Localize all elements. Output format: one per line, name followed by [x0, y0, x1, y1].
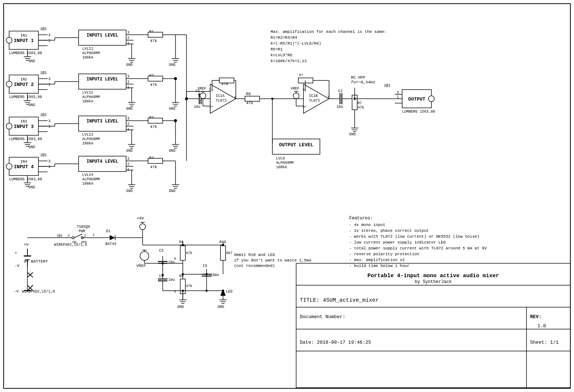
- in2-label: IN2: [20, 78, 27, 82]
- lvli2-value: 100kA: [82, 99, 93, 103]
- ic1a-label: IC1A: [216, 94, 224, 98]
- r1-value: 47k: [150, 39, 157, 43]
- rc-hpf-freq: fo=~0,34Hz: [351, 80, 375, 84]
- feature-7: - max. amplification x2: [349, 258, 405, 262]
- d1-ref: D1: [106, 229, 110, 233]
- pot1-pin3: 3: [127, 31, 129, 35]
- svg-point-249: [205, 290, 208, 292]
- svg-rect-135: [245, 96, 260, 101]
- output-level-label: OUTPUT LEVEL: [279, 142, 313, 148]
- svg-point-119: [174, 77, 177, 80]
- lvli4-value: 100kA: [82, 182, 93, 186]
- r2-value: 47k: [150, 83, 157, 87]
- r7-gnd: GND: [349, 132, 356, 136]
- r8-value: 47k: [186, 251, 192, 255]
- in1-connector: LUMBERG 1503_08: [9, 51, 42, 55]
- c4-value: 10u: [168, 278, 175, 282]
- pot4-pin2: 2: [127, 162, 129, 166]
- pot4-gnd: GND: [126, 189, 133, 193]
- vref-power-label: VREF: [136, 264, 146, 268]
- minusv-label: -V: [14, 289, 19, 294]
- svg-rect-81: [148, 118, 163, 123]
- rev-value: 1.0: [537, 323, 546, 329]
- r4-gnd: GND: [169, 189, 175, 193]
- input4-label: INPUT 4: [14, 164, 34, 170]
- amp-note-1: Max. amplification for each channel is t…: [271, 30, 386, 34]
- in2-pin-label: 2@1: [40, 71, 47, 75]
- svg-rect-222: [220, 246, 226, 260]
- r7-value: 47k: [358, 106, 364, 110]
- pot1-gnd: GND: [126, 63, 133, 67]
- svg-point-128: [200, 93, 206, 99]
- amp-note-2: R1=R2=R3=R4: [271, 35, 297, 40]
- input1-level-label: INPUT1 LEVEL: [87, 33, 118, 38]
- input1-label: INPUT 1: [14, 38, 34, 44]
- out-pin3: 3: [397, 91, 399, 95]
- r4-value: 47k: [150, 165, 157, 169]
- pot1-pin2: 2: [127, 36, 129, 40]
- pot4-pin1: 1: [127, 168, 129, 172]
- input2-label: INPUT 2: [14, 82, 34, 87]
- switch-pin2: 2: [84, 234, 86, 238]
- in2-pin3: 3: [48, 77, 50, 81]
- c3-ref: C3: [159, 249, 163, 253]
- r10-value: 4k7: [226, 251, 233, 255]
- in4-pin1: 1: [48, 165, 50, 169]
- wirepad-switch-label: WIREPAD2,15/1,0: [54, 243, 87, 247]
- in1-label: IN1: [20, 34, 27, 38]
- in3-gnd: GND: [29, 145, 35, 149]
- r7-label: R7: [358, 101, 362, 105]
- in2-connector: LUMBERG 1503_08: [9, 95, 42, 99]
- switch-label: TS6SQH: [77, 225, 90, 229]
- c2-value: 10u: [336, 105, 343, 109]
- switch-pin1: 1: [92, 233, 94, 237]
- in3-pin1: 1: [48, 125, 50, 129]
- sw-pin-label: 2@1: [57, 234, 63, 238]
- r10-ref: R10: [219, 240, 226, 244]
- ic1b-pin-plus: +: [305, 105, 306, 109]
- rev-label: REV:: [530, 314, 541, 320]
- omit-note-3: (not recommended): [234, 264, 275, 268]
- document-title: TITLE: 4SUM_active_mixer: [300, 297, 379, 304]
- c2-ref: C2: [338, 89, 343, 93]
- in2-gnd: GND: [29, 103, 35, 107]
- in4-connector: LUMBERG 1503_08: [9, 177, 42, 181]
- led-gnd: GND: [218, 305, 224, 309]
- svg-point-171: [428, 96, 434, 102]
- in4-gnd: GND: [29, 185, 35, 189]
- feature-1: - 4x mono input: [349, 223, 385, 227]
- sheet-label: Sheet: 1/1: [530, 340, 559, 345]
- lvli3-value: 100kA: [82, 142, 93, 146]
- plusv-label: +V: [24, 242, 29, 247]
- svg-point-120: [174, 119, 177, 122]
- svg-rect-27: [148, 32, 163, 37]
- lvli4-label: LVLI4: [82, 173, 93, 177]
- out-connector: LUMBERG 1503_08: [402, 110, 435, 114]
- amp-note-6: k=100k/47k=2,12: [271, 59, 307, 63]
- pot3-pin1: 1: [127, 128, 129, 132]
- output-label: OUTPUT: [408, 97, 426, 102]
- svg-point-245: [182, 273, 184, 275]
- c3-value: 10u: [168, 260, 175, 264]
- pot2-gnd: GND: [126, 107, 133, 111]
- in3-label: IN3: [20, 120, 27, 124]
- svg-point-94: [6, 163, 12, 169]
- lvli1-label: LVLI1: [82, 47, 93, 51]
- in3-pin-label: 2@1: [40, 113, 47, 117]
- r2-gnd: GND: [169, 107, 175, 111]
- led-label: LED: [226, 290, 233, 294]
- rc-hpf-label: RC HPF: [351, 75, 366, 80]
- in1-pin1: 1: [48, 39, 50, 43]
- svg-point-67: [6, 123, 12, 129]
- plus-label: +: [15, 251, 17, 255]
- in3-connector: LUMBERG 1503_08: [9, 137, 42, 141]
- vref2-label: VREF: [291, 87, 299, 91]
- r3-gnd: GND: [169, 149, 175, 153]
- title-text: Portable 4-input mono active audio mixer: [367, 273, 499, 279]
- svg-point-193: [140, 224, 146, 230]
- lvlo-type: ALPHA9MM: [276, 161, 294, 165]
- lvli4-type: ALPHA9MM: [82, 177, 100, 181]
- lvlo-value: 100kA: [276, 165, 287, 169]
- amp-note-5: k=LVLO*R6: [271, 53, 292, 57]
- input3-label: INPUT 3: [14, 124, 34, 129]
